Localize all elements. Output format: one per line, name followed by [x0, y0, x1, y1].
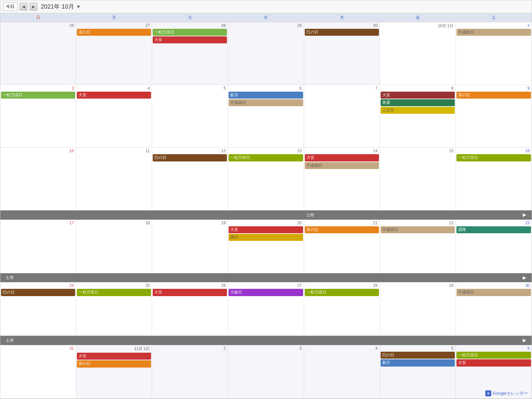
day-cell-1-2[interactable]: 5: [152, 85, 228, 148]
day-cell-0-1[interactable]: 27寅の日: [76, 22, 152, 85]
event-2-4-0[interactable]: 大安: [305, 154, 379, 161]
day-number-0-3: 29: [229, 23, 303, 28]
span-bar-4[interactable]: 土用▶: [0, 273, 532, 283]
event-2-2-0[interactable]: 巳の日: [153, 154, 227, 161]
day-cell-0-6[interactable]: 2不成就日: [456, 22, 532, 85]
day-cell-5-5[interactable]: 5巳の日新月: [380, 345, 456, 398]
day-cell-4-4[interactable]: 28一粒万倍日: [304, 282, 380, 335]
day-cell-0-2[interactable]: 28一粒万倍日大安: [152, 22, 228, 85]
day-cell-4-2[interactable]: 26大安: [152, 282, 228, 335]
day-number-1-6: 9: [456, 86, 531, 91]
day-cell-2-5[interactable]: 15: [380, 148, 456, 210]
event-1-5-0[interactable]: 大安: [381, 92, 455, 99]
day-number-0-2: 28: [153, 23, 227, 28]
day-number-0-5: 10月 1日: [381, 23, 455, 29]
weekday-sun: 日: [0, 13, 76, 22]
prev-button[interactable]: ◀: [20, 3, 27, 11]
event-0-6-0[interactable]: 不成就日: [456, 29, 531, 36]
day-cell-2-3[interactable]: 13一粒万倍日: [228, 148, 304, 210]
week-1: 3一粒万倍日4大安56新月不成就日78大安寒露三日月9寅の日: [0, 85, 532, 148]
calendar-container: 今日 ◀ ▶ 2021年 10月 ▼ 日 月 火 水 木 金 土 2627寅の日…: [0, 0, 532, 399]
day-cell-3-5[interactable]: 22不成就日: [380, 220, 456, 273]
day-cell-2-4[interactable]: 14大安不成就日: [304, 148, 380, 210]
day-cell-1-4[interactable]: 7: [304, 85, 380, 148]
event-2-4-1[interactable]: 不成就日: [305, 162, 379, 169]
event-5-5-1[interactable]: 新月: [381, 359, 455, 366]
event-2-3-0[interactable]: 一粒万倍日: [229, 154, 303, 161]
day-cell-2-0[interactable]: 10: [0, 148, 76, 210]
day-number-2-6: 16: [456, 148, 531, 154]
day-cell-0-3[interactable]: 29: [228, 22, 304, 85]
day-cell-3-1[interactable]: 18: [76, 220, 152, 273]
day-cell-5-1[interactable]: 11月 1日大安寅の日: [76, 345, 152, 398]
week-3: 土用▶17181920大安満月21寅の日22不成就日23霜降: [0, 210, 532, 273]
day-cell-0-4[interactable]: 30巳の日: [304, 22, 380, 85]
event-1-1-0[interactable]: 大安: [77, 92, 151, 99]
day-cell-5-4[interactable]: 4: [304, 345, 380, 398]
event-1-0-0[interactable]: 一粒万倍日: [1, 92, 75, 99]
event-3-3-1[interactable]: 満月: [229, 234, 303, 241]
day-cell-0-5[interactable]: 10月 1日: [380, 22, 456, 85]
day-cell-2-1[interactable]: 11: [76, 148, 152, 210]
day-cell-3-2[interactable]: 19: [152, 220, 228, 273]
event-3-3-0[interactable]: 大安: [229, 226, 303, 233]
weekday-tue: 火: [152, 13, 228, 22]
weekday-thu: 木: [304, 13, 380, 22]
event-1-6-0[interactable]: 寅の日: [456, 92, 531, 99]
day-cell-4-6[interactable]: 30不成就日: [456, 282, 532, 335]
day-cell-1-6[interactable]: 9寅の日: [456, 85, 532, 148]
day-cell-2-6[interactable]: 16一粒万倍日: [456, 148, 532, 210]
event-5-1-1[interactable]: 寅の日: [77, 360, 151, 367]
today-button[interactable]: 今日: [3, 2, 18, 11]
event-0-4-0[interactable]: 巳の日: [305, 29, 379, 36]
month-dropdown[interactable]: ▼: [76, 4, 81, 9]
day-cell-4-1[interactable]: 25一粒万倍日: [76, 282, 152, 335]
day-number-1-4: 7: [305, 86, 379, 91]
google-footer: + Googleカレンダー: [485, 390, 528, 396]
event-5-5-0[interactable]: 巳の日: [381, 352, 455, 359]
day-number-2-4: 14: [305, 148, 379, 154]
day-cell-5-2[interactable]: 2: [152, 345, 228, 398]
next-button[interactable]: ▶: [29, 3, 37, 11]
day-number-3-5: 22: [381, 220, 455, 226]
day-cell-4-0[interactable]: 24巳の日: [0, 282, 76, 335]
day-cell-4-5[interactable]: 29: [380, 282, 456, 335]
event-0-1-0[interactable]: 寅の日: [77, 29, 151, 36]
event-3-4-0[interactable]: 寅の日: [305, 226, 379, 233]
event-3-5-0[interactable]: 不成就日: [381, 226, 455, 233]
day-number-3-0: 17: [1, 220, 75, 226]
day-cell-4-3[interactable]: 27天赦日: [228, 282, 304, 335]
event-5-1-0[interactable]: 大安: [77, 353, 151, 360]
event-4-2-0[interactable]: 大安: [153, 289, 227, 296]
event-0-2-1[interactable]: 大安: [153, 36, 227, 43]
day-cell-0-0[interactable]: 26: [0, 22, 76, 85]
event-4-1-0[interactable]: 一粒万倍日: [77, 289, 151, 296]
day-cell-3-4[interactable]: 21寅の日: [304, 220, 380, 273]
day-cell-5-3[interactable]: 3: [228, 345, 304, 398]
event-4-3-0[interactable]: 天赦日: [229, 289, 303, 296]
day-cell-1-1[interactable]: 4大安: [76, 85, 152, 148]
day-cell-5-0[interactable]: 31: [0, 345, 76, 398]
event-4-4-0[interactable]: 一粒万倍日: [305, 289, 379, 296]
day-cell-1-3[interactable]: 6新月不成就日: [228, 85, 304, 148]
day-cell-1-0[interactable]: 3一粒万倍日: [0, 85, 76, 148]
event-1-5-2[interactable]: 三日月: [381, 107, 455, 114]
event-5-6-1[interactable]: 大安: [456, 359, 531, 366]
day-cell-1-5[interactable]: 8大安寒露三日月: [380, 85, 456, 148]
event-2-6-0[interactable]: 一粒万倍日: [456, 154, 531, 161]
event-1-3-1[interactable]: 不成就日: [229, 99, 303, 106]
event-4-0-0[interactable]: 巳の日: [1, 289, 75, 296]
event-0-2-0[interactable]: 一粒万倍日: [153, 29, 227, 36]
event-3-6-0[interactable]: 霜降: [456, 226, 531, 233]
day-cell-2-2[interactable]: 12巳の日: [152, 148, 228, 210]
day-cell-3-3[interactable]: 20大安満月: [228, 220, 304, 273]
span-bar-3[interactable]: 土用▶: [0, 210, 532, 220]
event-4-6-0[interactable]: 不成就日: [456, 289, 531, 296]
event-1-5-1[interactable]: 寒露: [381, 99, 455, 106]
event-1-3-0[interactable]: 新月: [229, 92, 303, 99]
day-cell-3-6[interactable]: 23霜降: [456, 220, 532, 273]
span-bar-5[interactable]: 土用▶: [0, 336, 532, 345]
day-cell-3-0[interactable]: 17: [0, 220, 76, 273]
weekday-mon: 月: [76, 13, 152, 22]
event-5-6-0[interactable]: 一粒万倍日: [456, 352, 531, 359]
